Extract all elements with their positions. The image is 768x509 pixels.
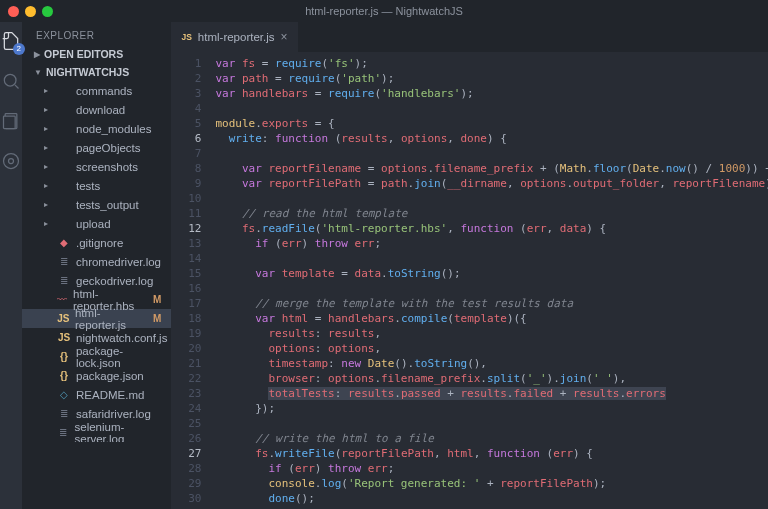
tree-item[interactable]: ▸tests_output bbox=[22, 195, 171, 214]
file-name: README.md bbox=[76, 389, 144, 401]
chevron-right-icon: ▸ bbox=[44, 105, 52, 114]
window-title: html-reporter.js — NightwatchJS bbox=[305, 5, 463, 17]
titlebar: html-reporter.js — NightwatchJS bbox=[0, 0, 768, 22]
file-name: node_modules bbox=[76, 123, 151, 135]
git-icon: ◆ bbox=[57, 237, 71, 248]
js-icon: JS bbox=[57, 332, 71, 343]
chevron-right-icon: ▸ bbox=[44, 219, 52, 228]
open-editors-label: OPEN EDITORS bbox=[44, 48, 123, 60]
chevron-right-icon: ▶ bbox=[34, 50, 40, 59]
search-icon[interactable] bbox=[0, 70, 22, 92]
debug-icon[interactable] bbox=[0, 150, 22, 172]
tab-html-reporter[interactable]: JS html-reporter.js × bbox=[171, 22, 297, 52]
tree-item[interactable]: ◆.gitignore bbox=[22, 233, 171, 252]
file-name: download bbox=[76, 104, 125, 116]
file-tree: ▸commands▸download▸node_modules▸pageObje… bbox=[22, 81, 171, 442]
file-name: tests_output bbox=[76, 199, 139, 211]
svg-point-4 bbox=[9, 159, 14, 164]
tree-item[interactable]: {}package.json bbox=[22, 366, 171, 385]
file-name: pageObjects bbox=[76, 142, 141, 154]
tree-item[interactable]: ▸download bbox=[22, 100, 171, 119]
modified-badge: M bbox=[153, 294, 167, 305]
project-label: NIGHTWATCHJS bbox=[46, 66, 129, 78]
window-controls bbox=[8, 6, 53, 17]
zoom-window[interactable] bbox=[42, 6, 53, 17]
explorer-icon[interactable]: 2 bbox=[0, 30, 22, 52]
main-layout: 2 EXPLORER ▶ OPEN EDITORS ▼ NIGHTWATCHJS… bbox=[0, 22, 768, 509]
chevron-right-icon: ▸ bbox=[44, 143, 52, 152]
tree-item[interactable]: ▸node_modules bbox=[22, 119, 171, 138]
file-name: screenshots bbox=[76, 161, 138, 173]
tree-item[interactable]: ▸pageObjects bbox=[22, 138, 171, 157]
close-icon[interactable]: × bbox=[281, 30, 288, 44]
tree-item[interactable]: ▸tests bbox=[22, 176, 171, 195]
tree-item[interactable]: ≣chromedriver.log bbox=[22, 252, 171, 271]
modified-badge: M bbox=[153, 313, 167, 324]
svg-point-3 bbox=[4, 154, 19, 169]
editor-area: JS html-reporter.js × 123456789101112131… bbox=[171, 22, 768, 509]
tree-item[interactable]: ◇README.md bbox=[22, 385, 171, 404]
open-editors-section[interactable]: ▶ OPEN EDITORS bbox=[22, 45, 171, 63]
file-name: tests bbox=[76, 180, 100, 192]
code-body[interactable]: var fs = require('fs');var path = requir… bbox=[211, 52, 768, 509]
file-name: .gitignore bbox=[76, 237, 123, 249]
chevron-right-icon: ▸ bbox=[44, 200, 52, 209]
tree-item[interactable]: JShtml-reporter.jsM bbox=[22, 309, 171, 328]
js-icon: JS bbox=[57, 313, 70, 324]
file-name: nightwatch.conf.js bbox=[76, 332, 167, 344]
file-name: html-reporter.js bbox=[75, 307, 148, 331]
sidebar: EXPLORER ▶ OPEN EDITORS ▼ NIGHTWATCHJS ▸… bbox=[22, 22, 171, 509]
tab-label: html-reporter.js bbox=[198, 31, 275, 43]
chevron-right-icon: ▸ bbox=[44, 162, 52, 171]
chevron-right-icon: ▸ bbox=[44, 124, 52, 133]
svg-rect-2 bbox=[4, 116, 16, 129]
md-icon: ◇ bbox=[57, 389, 71, 400]
file-name: package-lock.json bbox=[76, 345, 168, 369]
code-editor[interactable]: 1234567891011121314151617181920212223242… bbox=[171, 52, 768, 509]
file-name: safaridriver.log bbox=[76, 408, 151, 420]
scm-icon[interactable] bbox=[0, 110, 22, 132]
close-window[interactable] bbox=[8, 6, 19, 17]
file-name: selenium-server.log bbox=[75, 421, 168, 443]
json-icon: {} bbox=[57, 370, 71, 381]
file-name: upload bbox=[76, 218, 111, 230]
chevron-right-icon: ▸ bbox=[44, 181, 52, 190]
scm-badge: 2 bbox=[13, 43, 25, 55]
js-icon: JS bbox=[181, 32, 191, 42]
file-name: package.json bbox=[76, 370, 144, 382]
file-name: geckodriver.log bbox=[76, 275, 153, 287]
log-icon: ≣ bbox=[57, 256, 71, 267]
hbs-icon: 〰 bbox=[56, 294, 68, 305]
editor-tabs: JS html-reporter.js × bbox=[171, 22, 768, 52]
activity-bar: 2 bbox=[0, 22, 22, 509]
minimize-window[interactable] bbox=[25, 6, 36, 17]
json-icon: {} bbox=[57, 351, 71, 362]
file-name: commands bbox=[76, 85, 132, 97]
log-icon: ≣ bbox=[56, 427, 69, 438]
file-name: chromedriver.log bbox=[76, 256, 161, 268]
tree-item[interactable]: ▸screenshots bbox=[22, 157, 171, 176]
tree-item[interactable]: ≣selenium-server.log bbox=[22, 423, 171, 442]
log-icon: ≣ bbox=[57, 408, 71, 419]
chevron-down-icon: ▼ bbox=[34, 68, 42, 77]
line-gutter: 1234567891011121314151617181920212223242… bbox=[171, 52, 211, 509]
tree-item[interactable]: ▸upload bbox=[22, 214, 171, 233]
tree-item[interactable]: ▸commands bbox=[22, 81, 171, 100]
project-section[interactable]: ▼ NIGHTWATCHJS bbox=[22, 63, 171, 81]
sidebar-title: EXPLORER bbox=[22, 22, 171, 45]
log-icon: ≣ bbox=[57, 275, 71, 286]
svg-point-0 bbox=[4, 74, 16, 86]
chevron-right-icon: ▸ bbox=[44, 86, 52, 95]
tree-item[interactable]: {}package-lock.json bbox=[22, 347, 171, 366]
